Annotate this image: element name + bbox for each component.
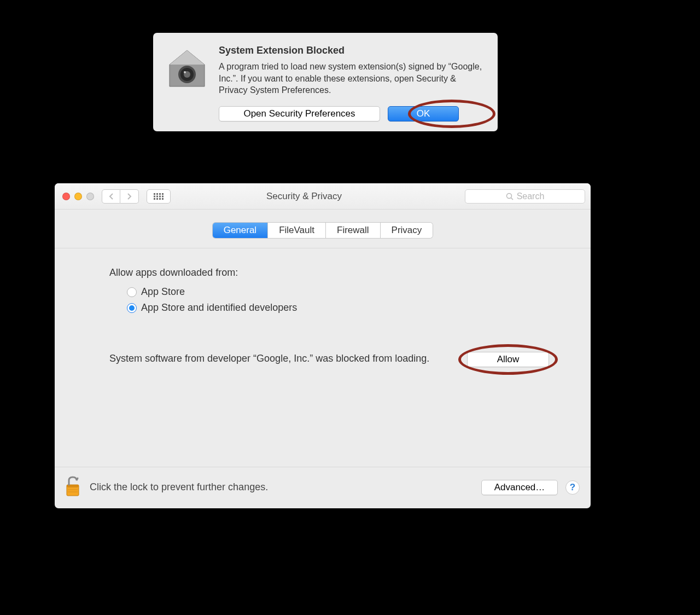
close-window-button[interactable] bbox=[62, 193, 70, 200]
ok-button[interactable]: OK bbox=[388, 106, 459, 121]
svg-point-3 bbox=[184, 71, 186, 73]
system-extension-alert: System Extension Blocked A program tried… bbox=[153, 33, 498, 131]
svg-rect-5 bbox=[156, 193, 158, 195]
minimize-window-button[interactable] bbox=[74, 193, 82, 200]
svg-rect-13 bbox=[156, 198, 158, 200]
svg-rect-4 bbox=[154, 193, 155, 195]
advanced-button[interactable]: Advanced… bbox=[481, 480, 558, 495]
tab-firewall[interactable]: Firewall bbox=[326, 223, 381, 238]
security-privacy-window: Security & Privacy Search General FileVa… bbox=[55, 183, 591, 508]
svg-point-16 bbox=[506, 193, 511, 198]
open-security-preferences-button[interactable]: Open Security Preferences bbox=[219, 106, 380, 121]
svg-rect-15 bbox=[162, 198, 164, 200]
svg-rect-21 bbox=[68, 489, 78, 490]
show-all-button[interactable] bbox=[147, 189, 171, 204]
svg-rect-7 bbox=[162, 193, 164, 195]
tab-general[interactable]: General bbox=[213, 223, 268, 238]
alert-message: A program tried to load new system exten… bbox=[219, 61, 486, 96]
svg-line-17 bbox=[511, 198, 513, 200]
radio-row-identified: App Store and identified developers bbox=[127, 302, 549, 314]
alert-actions: Open Security Preferences OK bbox=[219, 106, 486, 121]
tabs: General FileVault Firewall Privacy bbox=[55, 223, 591, 238]
svg-rect-14 bbox=[159, 198, 161, 200]
lock-icon[interactable] bbox=[63, 475, 82, 500]
svg-rect-11 bbox=[162, 195, 164, 197]
security-house-icon bbox=[165, 45, 209, 121]
svg-rect-20 bbox=[68, 487, 78, 488]
traffic-lights bbox=[60, 193, 96, 200]
allow-button-wrap: Allow bbox=[467, 352, 549, 367]
alert-body: System Extension Blocked A program tried… bbox=[219, 45, 486, 121]
svg-rect-6 bbox=[159, 193, 161, 195]
help-button[interactable]: ? bbox=[565, 480, 580, 495]
radio-identified-label: App Store and identified developers bbox=[141, 302, 297, 314]
allow-button[interactable]: Allow bbox=[467, 352, 549, 367]
nav-buttons bbox=[102, 189, 139, 204]
grid-icon bbox=[154, 193, 164, 200]
radio-row-appstore: App Store bbox=[127, 286, 549, 298]
allow-apps-radio-group: App Store App Store and identified devel… bbox=[109, 286, 549, 314]
footer: Click the lock to prevent further change… bbox=[55, 467, 591, 508]
radio-appstore[interactable] bbox=[127, 287, 137, 297]
general-tab-content: Allow apps downloaded from: App Store Ap… bbox=[55, 248, 591, 467]
nav-back-button[interactable] bbox=[102, 189, 120, 204]
svg-rect-12 bbox=[154, 198, 155, 200]
radio-appstore-label: App Store bbox=[141, 286, 185, 298]
search-icon bbox=[506, 193, 514, 200]
blocked-software-text: System software from developer “Google, … bbox=[109, 352, 445, 365]
zoom-window-button[interactable] bbox=[86, 193, 94, 200]
prefs-body: General FileVault Firewall Privacy Allow… bbox=[55, 210, 591, 508]
svg-rect-22 bbox=[68, 491, 78, 492]
svg-rect-8 bbox=[154, 195, 155, 197]
blocked-software-row: System software from developer “Google, … bbox=[109, 352, 549, 367]
tab-filevault[interactable]: FileVault bbox=[268, 223, 326, 238]
tab-privacy[interactable]: Privacy bbox=[381, 223, 433, 238]
titlebar: Security & Privacy Search bbox=[55, 183, 591, 210]
window-title: Security & Privacy bbox=[176, 191, 459, 202]
allow-apps-label: Allow apps downloaded from: bbox=[109, 267, 549, 279]
alert-title: System Extension Blocked bbox=[219, 45, 486, 56]
chevron-right-icon bbox=[127, 193, 132, 200]
nav-forward-button[interactable] bbox=[120, 189, 139, 204]
chevron-left-icon bbox=[109, 193, 113, 200]
lock-hint-text: Click the lock to prevent further change… bbox=[90, 481, 474, 493]
tab-group: General FileVault Firewall Privacy bbox=[213, 223, 433, 238]
radio-identified-developers[interactable] bbox=[127, 303, 137, 313]
svg-rect-10 bbox=[159, 195, 161, 197]
search-input[interactable]: Search bbox=[465, 189, 585, 204]
svg-rect-9 bbox=[156, 195, 158, 197]
search-placeholder: Search bbox=[517, 192, 545, 201]
